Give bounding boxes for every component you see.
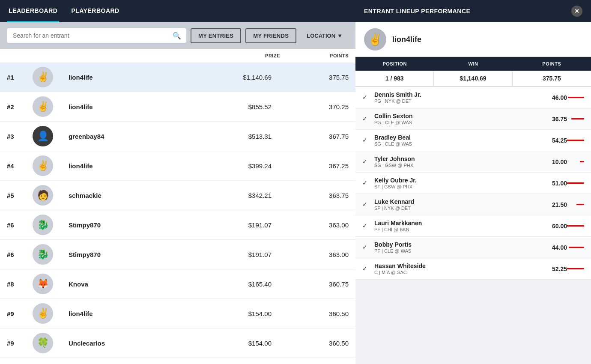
table-row[interactable]: #6 🐉 Stimpy870 $191.07 363.00 — [0, 210, 355, 240]
player-points: 36.75 — [546, 116, 567, 122]
avatar: ✌️ — [33, 303, 53, 324]
rank: #3 — [7, 133, 33, 140]
table-row[interactable]: #2 ✌️ lion4life $855.52 370.25 — [0, 92, 355, 122]
prize: $154.00 — [212, 310, 280, 317]
player-meta: C | MIA @ SAC — [374, 270, 546, 275]
rank: #1 — [7, 74, 33, 81]
player-meta: SG | CLE @ WAS — [374, 141, 546, 146]
player-bar — [567, 140, 584, 141]
check-icon: ✓ — [362, 94, 370, 101]
stats-header: POSITION WIN POINTS — [355, 57, 591, 71]
search-input[interactable] — [7, 28, 186, 43]
search-wrapper: 🔍 — [7, 28, 186, 43]
table-row[interactable]: #9 🍀 Unclecarlos $154.00 360.50 — [0, 328, 355, 358]
my-friends-button[interactable]: MY FRIENDS — [245, 28, 296, 43]
player-name: Lauri Markkanen — [374, 220, 546, 227]
player-meta: SF | NYK @ DET — [374, 206, 546, 211]
tab-leaderboard[interactable]: LEADERBOARD — [7, 0, 59, 22]
points: 370.25 — [280, 103, 349, 110]
table-row[interactable]: #5 🧑 schmackie $342.21 363.75 — [0, 181, 355, 210]
panel-title: ENTRANT LINEUP PERFORMANCE — [364, 8, 470, 15]
list-item: ✓ Bradley Beal SG | CLE @ WAS 54.25 — [355, 130, 591, 151]
prize: $513.31 — [212, 133, 280, 140]
table-row[interactable]: #1 ✌️ lion4life $1,140.69 375.75 — [0, 63, 355, 92]
avatar: ✌️ — [33, 155, 53, 176]
player-points: 21.50 — [546, 201, 567, 208]
player-bar — [567, 182, 584, 184]
player-points: 52.25 — [546, 266, 567, 272]
player-bar-wrap — [567, 225, 584, 227]
panel-header: ENTRANT LINEUP PERFORMANCE ✕ — [355, 0, 591, 22]
player-bar-wrap — [567, 247, 584, 248]
player-info: Tyler Johnson SG | GSW @ PHX — [374, 155, 546, 168]
table-row[interactable]: #8 🦊 Knova $165.40 360.75 — [0, 269, 355, 299]
rank: #9 — [7, 310, 33, 317]
table-row[interactable]: #3 👤 greenbay84 $513.31 367.75 — [0, 122, 355, 151]
player-bar-wrap — [567, 182, 584, 184]
stats-values: 1 / 983 $1,140.69 375.75 — [355, 71, 591, 87]
close-button[interactable]: ✕ — [571, 6, 582, 17]
points-label: POINTS — [513, 57, 591, 71]
player-bar-wrap — [567, 268, 584, 269]
rank: #8 — [7, 280, 33, 288]
avatar: ✌️ — [33, 67, 53, 87]
player-bar — [569, 247, 584, 248]
prize-header: PRIZE — [212, 53, 280, 58]
prize: $399.24 — [212, 162, 280, 170]
player-meta: SG | GSW @ PHX — [374, 163, 546, 168]
player-meta: PG | CLE @ WAS — [374, 120, 546, 125]
tab-playerboard[interactable]: PLAYERBOARD — [69, 0, 121, 22]
player-meta: PF | CLE @ WAS — [374, 248, 546, 254]
list-item: ✓ Kelly Oubre Jr. SF | GSW @ PHX 51.00 — [355, 173, 591, 194]
position-value: 1 / 983 — [355, 71, 434, 86]
table-row[interactable]: #4 ✌️ lion4life $399.24 367.25 — [0, 151, 355, 181]
my-entries-button[interactable]: MY ENTRIES — [191, 28, 241, 43]
check-icon: ✓ — [362, 222, 370, 230]
points: 363.75 — [280, 192, 349, 199]
check-icon: ✓ — [362, 137, 370, 144]
player-info: Collin Sexton PG | CLE @ WAS — [374, 113, 546, 125]
rank: #6 — [7, 221, 33, 229]
player-bar — [568, 97, 584, 98]
username: lion4life — [67, 74, 212, 81]
rank: #5 — [7, 192, 33, 199]
check-icon: ✓ — [362, 201, 370, 209]
player-info: Luke Kennard SF | NYK @ DET — [374, 198, 546, 211]
player-points: 10.00 — [546, 158, 567, 165]
player-meta: PF | CHI @ BKN — [374, 227, 546, 232]
check-icon: ✓ — [362, 158, 370, 166]
player-meta: SF | GSW @ PHX — [374, 184, 546, 189]
player-bar — [576, 204, 584, 205]
left-panel: LEADERBOARD PLAYERBOARD 🔍 MY ENTRIES MY … — [0, 0, 355, 364]
player-info: Bradley Beal SG | CLE @ WAS — [374, 134, 546, 146]
rank: #4 — [7, 162, 33, 170]
rank: #9 — [7, 340, 33, 347]
tab-bar: LEADERBOARD PLAYERBOARD — [0, 0, 355, 22]
username: Stimpy870 — [67, 251, 212, 258]
filter-bar: 🔍 MY ENTRIES MY FRIENDS LOCATION ▼ — [0, 22, 355, 49]
right-panel: ENTRANT LINEUP PERFORMANCE ✕ ✌️ lion4lif… — [355, 0, 591, 364]
player-name: Bobby Portis — [374, 241, 546, 248]
prize: $191.07 — [212, 251, 280, 258]
prize: $1,140.69 — [212, 74, 280, 81]
player-info: Lauri Markkanen PF | CHI @ BKN — [374, 220, 546, 232]
username: schmackie — [67, 192, 212, 199]
player-bar-wrap — [567, 97, 584, 98]
location-button[interactable]: LOCATION ▼ — [301, 29, 349, 42]
player-name: Hassan Whiteside — [374, 263, 546, 269]
prize: $165.40 — [212, 280, 280, 288]
win-value: $1,140.69 — [434, 71, 512, 86]
list-item: ✓ Lauri Markkanen PF | CHI @ BKN 60.00 — [355, 215, 591, 237]
list-item: ✓ Luke Kennard SF | NYK @ DET 21.50 — [355, 194, 591, 215]
username: Knova — [67, 280, 212, 288]
username: Stimpy870 — [67, 221, 212, 229]
rank: #6 — [7, 251, 33, 258]
avatar: 🦊 — [33, 274, 53, 294]
table-row[interactable]: #6 🐉 Stimpy870 $191.07 363.00 — [0, 240, 355, 269]
player-points: 60.00 — [546, 223, 567, 230]
check-icon: ✓ — [362, 244, 370, 251]
prize: $191.07 — [212, 221, 280, 229]
table-row[interactable]: #9 ✌️ lion4life $154.00 360.50 — [0, 299, 355, 328]
player-info: Bobby Portis PF | CLE @ WAS — [374, 241, 546, 254]
check-icon: ✓ — [362, 265, 370, 273]
